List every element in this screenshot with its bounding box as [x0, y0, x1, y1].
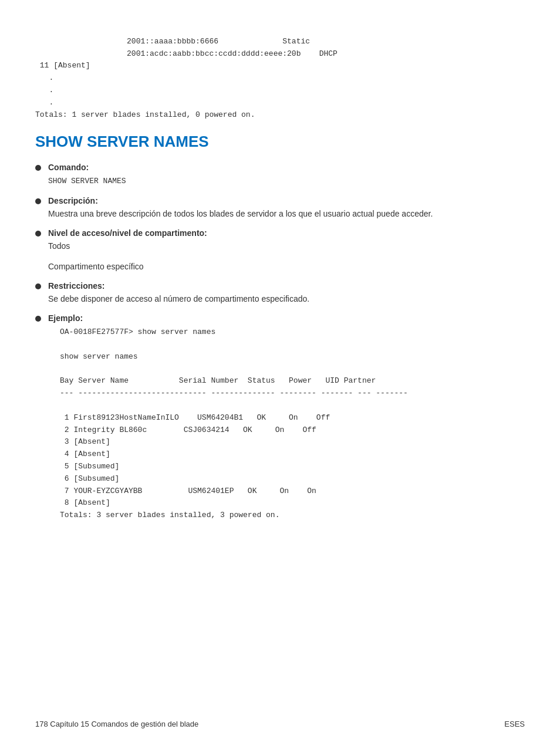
- top-code-block: 2001::aaaa:bbbb:6666 Static 2001:acdc:aa…: [35, 23, 525, 121]
- ejemplo-code-container: OA-0018FE27577F> show server names show …: [60, 326, 525, 522]
- ejemplo-code: OA-0018FE27577F> show server names show …: [60, 326, 525, 522]
- bullet-item-restricciones: Restricciones: Se debe disponer de acces…: [35, 281, 525, 305]
- bullet-item-comando: Comando: SHOW SERVER NAMES: [35, 163, 525, 188]
- bullet-label-descripcion: Descripción:: [48, 196, 525, 205]
- bullet-item-nivel: Nivel de acceso/nivel de compartimento: …: [35, 228, 525, 252]
- footer-left: 178 Capítulo 15 Comandos de gestión del …: [35, 720, 198, 728]
- bullet-content-nivel: Nivel de acceso/nivel de compartimento: …: [48, 228, 525, 252]
- bullet-dot-5: [35, 316, 41, 322]
- bullet-label-nivel: Nivel de acceso/nivel de compartimento:: [48, 228, 525, 238]
- bullet-content-comando: Comando: SHOW SERVER NAMES: [48, 163, 525, 188]
- bullet-content-restricciones: Restricciones: Se debe disponer de acces…: [48, 281, 525, 305]
- bullet-dot-2: [35, 198, 41, 204]
- bullet-dot-4: [35, 283, 41, 289]
- bullet-list-2: Restricciones: Se debe disponer de acces…: [35, 281, 525, 534]
- bullet-text-comando: SHOW SERVER NAMES: [48, 174, 525, 188]
- bullet-list-1: Comando: SHOW SERVER NAMES Descripción: …: [35, 163, 525, 252]
- bullet-item-ejemplo: Ejemplo: OA-0018FE27577F> show server na…: [35, 313, 525, 534]
- bullet-label-comando: Comando:: [48, 163, 525, 172]
- bullet-dot-3: [35, 231, 41, 237]
- bullet-label-restricciones: Restricciones:: [48, 281, 525, 291]
- bullet-dot-1: [35, 165, 41, 171]
- section-title: SHOW SERVER NAMES: [35, 133, 525, 151]
- footer: 178 Capítulo 15 Comandos de gestión del …: [35, 720, 525, 728]
- indent-text-compartimento: Compartimento específico: [48, 261, 525, 273]
- bullet-text-descripcion: Muestra una breve descripción de todos l…: [48, 208, 525, 220]
- footer-right: ESES: [504, 720, 525, 728]
- bullet-content-descripcion: Descripción: Muestra una breve descripci…: [48, 196, 525, 220]
- bullet-content-ejemplo: Ejemplo: OA-0018FE27577F> show server na…: [48, 313, 525, 534]
- bullet-text-nivel: Todos: [48, 240, 525, 252]
- bullet-text-restricciones: Se debe disponer de acceso al número de …: [48, 293, 525, 305]
- bullet-item-descripcion: Descripción: Muestra una breve descripci…: [35, 196, 525, 220]
- bullet-label-ejemplo: Ejemplo:: [48, 313, 525, 323]
